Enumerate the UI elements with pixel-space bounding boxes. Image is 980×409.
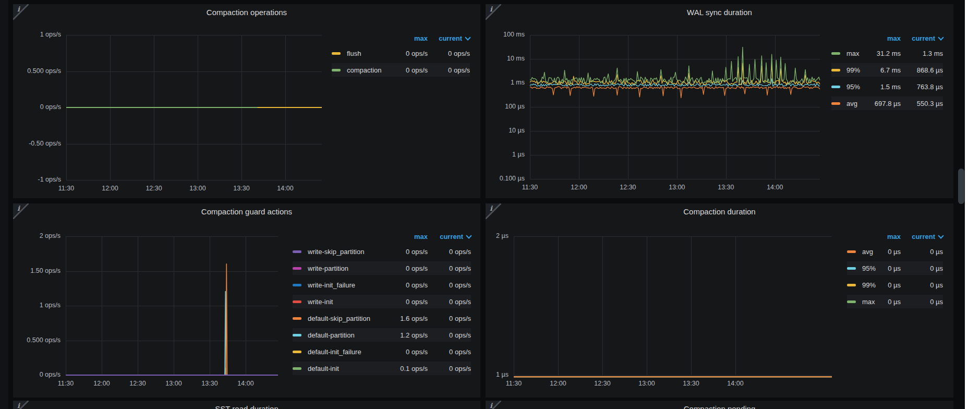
legend-series-label[interactable]: 99% [862,281,882,289]
plot-area[interactable] [514,236,832,375]
legend-series-label[interactable]: write-init_failure [308,281,387,289]
panel-compaction-guard-actions: i Compaction guard actions max current w… [13,203,480,398]
legend-series-label[interactable]: default-init_failure [308,348,387,356]
info-corner-icon[interactable]: i [486,4,501,20]
panel-compaction-duration: i Compaction duration max current avg0 µ… [486,203,953,398]
legend-max-value: 0 ops/s [387,298,428,306]
panel-title[interactable]: Compaction guard actions [34,207,459,216]
panel-compaction-operations: i Compaction operations max current flus… [13,4,480,198]
series-color-swatch-icon[interactable] [293,317,301,320]
legend-series-label[interactable]: write-skip_partition [308,248,387,256]
legend-series-label[interactable]: write-init [308,298,387,306]
x-tick-label: 13:30 [226,185,257,192]
legend-sort-max[interactable]: max [882,233,901,240]
series-color-swatch-icon[interactable] [847,300,856,303]
x-tick-label: 13:00 [158,380,189,387]
legend-row-write-skip_partition: write-skip_partition0 ops/s0 ops/s [293,245,471,258]
legend-series-label[interactable]: write-partition [308,264,387,272]
series-color-swatch-icon[interactable] [293,267,301,270]
legend-series-label[interactable]: 95% [846,83,868,91]
series-line-default-partition [66,292,278,375]
y-tick-label: 1 ms [486,79,525,86]
x-tick-label: 11:30 [51,185,82,192]
y-tick-label: 0 ops/s [13,371,61,378]
legend-row-avg: avg0 µs0 µs [847,245,943,258]
legend-series-label[interactable]: default-skip_partition [308,315,387,322]
legend-row-99%: 99%0 µs0 µs [847,278,943,292]
gridline-horizontal [530,179,820,179]
series-color-swatch-icon[interactable] [293,300,301,303]
legend-max-value: 6.7 ms [868,66,901,74]
legend-max-value: 0 ops/s [387,248,428,256]
panel-title[interactable]: SST read duration [34,404,459,409]
panel-title[interactable]: Compaction pending [506,404,933,409]
left-gutter [0,0,8,409]
info-corner-icon[interactable]: i [486,203,501,219]
series-color-swatch-icon[interactable] [831,86,840,88]
legend-series-label[interactable]: avg [862,248,882,256]
legend-sort-current[interactable]: current [428,233,471,240]
series-color-swatch-icon[interactable] [332,52,341,55]
legend-series-label[interactable]: avg [846,100,868,107]
legend: max current flush0 ops/s0 ops/scompactio… [332,33,470,77]
legend-row-max: max31.2 ms1.3 ms [831,46,943,60]
series-color-swatch-icon[interactable] [847,284,856,286]
legend-sort-current[interactable]: current [901,34,943,42]
series-color-swatch-icon[interactable] [847,250,856,253]
series-color-swatch-icon[interactable] [293,351,301,353]
legend-row-write-init_failure: write-init_failure0 ops/s0 ops/s [293,278,471,292]
info-corner-icon[interactable]: i [13,4,29,20]
panel-title[interactable]: Compaction duration [506,207,933,216]
x-tick-label: 14:00 [720,380,751,387]
y-tick-label: -0.50 ops/s [13,140,61,147]
series-color-swatch-icon[interactable] [293,250,301,253]
legend-series-label[interactable]: 99% [846,66,868,74]
x-tick-label: 14:00 [270,185,301,192]
legend-series-label[interactable]: default-init [308,365,387,372]
legend-max-value: 0 µs [882,264,901,272]
legend-row-default-skip_partition: default-skip_partition1.6 ops/s0 ops/s [293,311,471,325]
info-corner-icon[interactable]: i [13,401,29,409]
scrollbar-thumb[interactable] [958,169,964,204]
legend-series-label[interactable]: default-partition [308,331,387,339]
y-tick-label: 0.500 ops/s [13,336,61,344]
legend-sort-max[interactable]: max [387,233,428,240]
legend-series-label[interactable]: max [862,298,882,306]
plot-area[interactable] [66,35,322,180]
legend-row-99%: 99%6.7 ms868.6 µs [831,63,943,77]
series-color-swatch-icon[interactable] [831,52,840,55]
legend-sort-current[interactable]: current [428,34,470,42]
x-tick-label: 14:00 [759,184,791,191]
legend-series-label[interactable]: compaction [347,66,389,74]
series-line-avg [530,87,820,98]
info-corner-icon[interactable]: i [486,401,501,409]
plot-area[interactable] [66,236,278,375]
panel-title[interactable]: WAL sync duration [506,8,933,17]
y-tick-label: -1 ops/s [13,176,61,183]
legend-sort-max[interactable]: max [389,34,428,42]
series-color-swatch-icon[interactable] [293,334,301,336]
legend-series-label[interactable]: flush [347,50,389,57]
legend-series-label[interactable]: 95% [862,264,882,272]
legend-sort-current[interactable]: current [901,233,943,240]
x-tick-label: 12:00 [563,184,595,191]
series-color-swatch-icon[interactable] [847,267,856,270]
series-color-swatch-icon[interactable] [293,284,301,286]
grafana-dashboard: { "legend_headers": {"max": "max", "curr… [0,0,980,409]
series-color-swatch-icon[interactable] [831,102,840,105]
x-tick-label: 12:30 [138,185,170,192]
y-tick-label: 100 ms [486,31,525,38]
legend-series-label[interactable]: max [846,50,868,57]
y-tick-label: 1 µs [486,371,509,378]
series-color-swatch-icon[interactable] [293,367,301,370]
legend-max-value: 0 ops/s [389,50,428,57]
x-tick-label: 13:00 [182,185,213,192]
plot-area[interactable] [530,35,820,179]
panel-title[interactable]: Compaction operations [34,8,459,17]
series-color-swatch-icon[interactable] [332,69,341,71]
legend-sort-max[interactable]: max [868,34,901,42]
info-corner-icon[interactable]: i [13,203,29,219]
legend-max-value: 0 µs [882,248,901,256]
chevron-down-icon [466,233,471,238]
series-color-swatch-icon[interactable] [831,69,840,71]
